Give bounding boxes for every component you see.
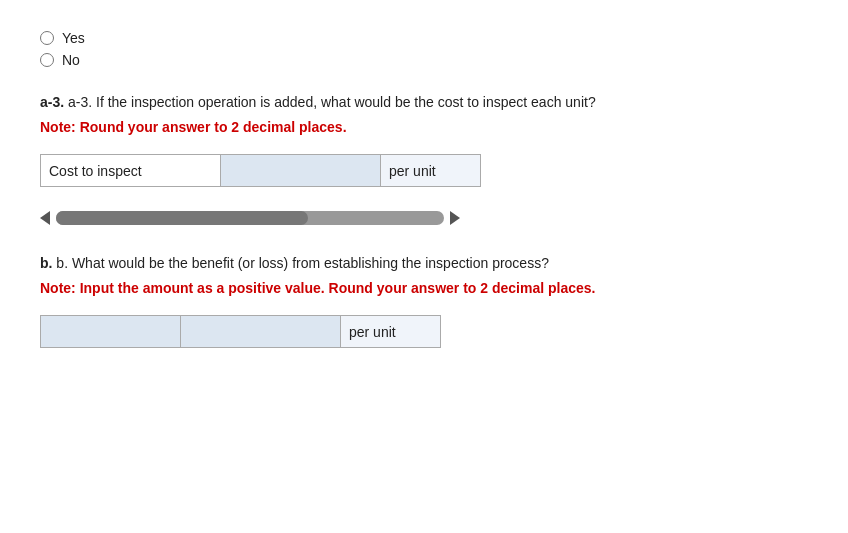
radio-no[interactable]: [40, 53, 54, 67]
benefit-input-1[interactable]: [45, 322, 176, 342]
radio-yes[interactable]: [40, 31, 54, 45]
radio-no-item[interactable]: No: [40, 52, 808, 68]
cost-inspect-row: Cost to inspect per unit: [41, 155, 481, 187]
question-a3-bold: a-3.: [40, 94, 64, 110]
question-b-bold: b.: [40, 255, 52, 271]
benefit-input-2[interactable]: [185, 322, 336, 342]
scroll-left-arrow[interactable]: [40, 211, 50, 225]
radio-no-label[interactable]: No: [62, 52, 80, 68]
benefit-row: per unit: [41, 316, 441, 348]
radio-yes-label[interactable]: Yes: [62, 30, 85, 46]
cost-inspect-input[interactable]: [225, 161, 376, 181]
question-a3-note: Note: Round your answer to 2 decimal pla…: [40, 117, 808, 138]
benefit-input-cell-2[interactable]: [181, 316, 341, 348]
benefit-unit: per unit: [341, 316, 441, 348]
question-b-note: Note: Input the amount as a positive val…: [40, 278, 808, 299]
scroll-right-arrow[interactable]: [450, 211, 460, 225]
cost-inspect-label: Cost to inspect: [41, 155, 221, 187]
scroll-thumb: [56, 211, 308, 225]
cost-inspect-table: Cost to inspect per unit: [40, 154, 481, 187]
question-b-text: b. b. What would be the benefit (or loss…: [40, 253, 808, 274]
cost-inspect-input-cell[interactable]: [221, 155, 381, 187]
scroll-track[interactable]: [56, 211, 444, 225]
radio-yes-item[interactable]: Yes: [40, 30, 808, 46]
question-a3-text: a-3. a-3. If the inspection operation is…: [40, 92, 808, 113]
section-b: b. b. What would be the benefit (or loss…: [40, 253, 808, 348]
cost-inspect-unit: per unit: [381, 155, 481, 187]
radio-group: Yes No: [40, 30, 808, 68]
benefit-table: per unit: [40, 315, 441, 348]
question-a3-content: a-3. If the inspection operation is adde…: [68, 94, 596, 110]
benefit-input-cell-1[interactable]: [41, 316, 181, 348]
question-b-content: b. What would be the benefit (or loss) f…: [56, 255, 549, 271]
scrollbar-container: [40, 211, 460, 225]
